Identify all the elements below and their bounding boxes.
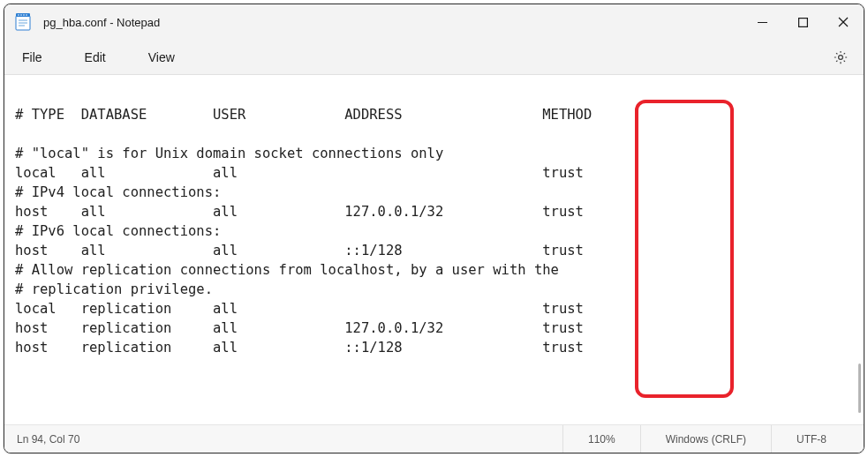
- window-controls: [742, 4, 864, 40]
- editor-area[interactable]: # TYPE DATABASE USER ADDRESS METHOD # "l…: [4, 75, 864, 417]
- notepad-app-icon: [15, 13, 31, 31]
- window-frame: pg_hba.conf - Notepad File Edit View # T…: [4, 4, 864, 453]
- settings-button[interactable]: [823, 49, 858, 65]
- svg-rect-10: [798, 18, 807, 26]
- svg-point-13: [839, 55, 843, 59]
- status-zoom[interactable]: 110%: [562, 425, 640, 453]
- scrollbar-thumb[interactable]: [858, 363, 861, 413]
- close-button[interactable]: [823, 4, 864, 40]
- menubar: File Edit View: [4, 40, 864, 75]
- minimize-button[interactable]: [742, 4, 782, 40]
- svg-point-5: [26, 14, 27, 16]
- titlebar: pg_hba.conf - Notepad: [4, 4, 864, 40]
- svg-point-3: [20, 14, 22, 16]
- editor-text[interactable]: # TYPE DATABASE USER ADDRESS METHOD # "l…: [15, 86, 853, 357]
- svg-point-4: [23, 14, 25, 16]
- window-title: pg_hba.conf - Notepad: [43, 16, 742, 29]
- menu-edit[interactable]: Edit: [79, 47, 111, 68]
- menu-file[interactable]: File: [17, 47, 48, 68]
- status-cursor-position: Ln 94, Col 70: [17, 433, 562, 446]
- menu-view[interactable]: View: [143, 47, 180, 68]
- status-encoding[interactable]: UTF-8: [771, 425, 851, 453]
- svg-point-2: [18, 14, 19, 16]
- statusbar: Ln 94, Col 70 110% Windows (CRLF) UTF-8: [4, 424, 864, 453]
- status-line-ending[interactable]: Windows (CRLF): [640, 425, 771, 453]
- maximize-button[interactable]: [782, 4, 823, 40]
